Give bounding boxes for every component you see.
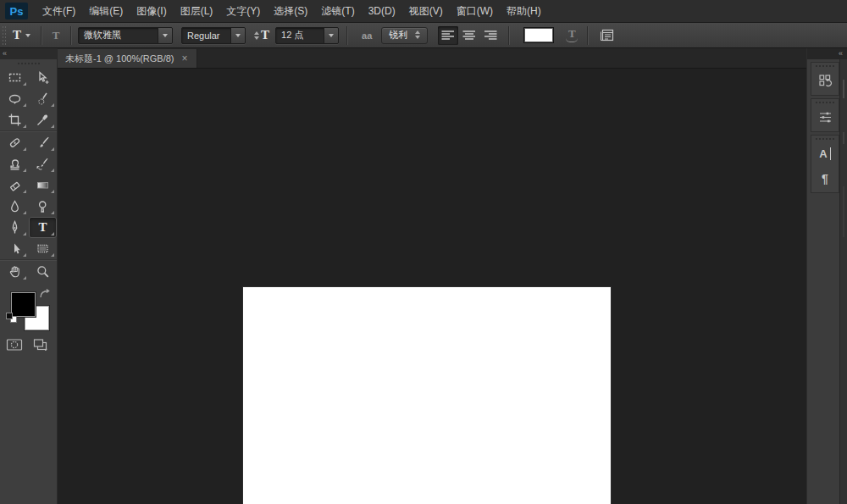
- font-family-value: 微软雅黑: [79, 28, 158, 43]
- dock-gripper[interactable]: [811, 136, 839, 141]
- tool-clone-stamp[interactable]: [0, 153, 29, 174]
- align-center-icon: [462, 30, 476, 42]
- font-size-value: 12 点: [276, 28, 324, 43]
- clone-stamp-icon: [8, 157, 22, 171]
- menu-edit[interactable]: 编辑(E): [82, 0, 130, 23]
- screen-mode-button[interactable]: [31, 337, 50, 352]
- rectangle-shape-icon: [36, 241, 50, 256]
- anti-alias-value: 锐利: [389, 29, 407, 42]
- separator: [70, 26, 71, 45]
- scrollbar-thumb[interactable]: [843, 80, 844, 98]
- separator: [346, 26, 347, 45]
- move-icon: [36, 70, 50, 85]
- font-style-select[interactable]: Regular: [181, 27, 246, 44]
- toolbar-gripper[interactable]: [0, 59, 57, 67]
- tool-horizontal-type[interactable]: T: [29, 217, 57, 238]
- tool-rectangle-shape[interactable]: [29, 238, 57, 259]
- separator: [41, 26, 42, 45]
- tool-quick-selection[interactable]: [29, 88, 57, 109]
- quick-selection-icon: [36, 91, 50, 106]
- blur-drop-icon: [8, 199, 22, 213]
- align-left-icon: [441, 30, 455, 42]
- tool-spot-healing-brush[interactable]: [0, 132, 29, 153]
- tool-gradient[interactable]: [29, 174, 57, 196]
- history-panel-icon: [818, 74, 833, 88]
- history-brush-icon: [36, 157, 50, 171]
- dock-collapse-button[interactable]: «: [807, 48, 847, 59]
- tool-options-bar: T T 微软雅黑 Regular T 12 点 aa 锐利: [0, 23, 847, 48]
- pen-icon: [8, 220, 22, 235]
- toggle-text-orientation-button[interactable]: T: [46, 30, 66, 41]
- type-tool-icon: T: [38, 221, 47, 234]
- anti-alias-select[interactable]: 锐利: [381, 27, 428, 44]
- dodge-icon: [36, 199, 50, 213]
- history-panel-button[interactable]: [811, 69, 839, 93]
- photoshop-window: Ps 文件(F) 编辑(E) 图像(I) 图层(L) 文字(Y) 选择(S) 滤…: [0, 0, 847, 504]
- text-color-swatch[interactable]: [523, 27, 554, 43]
- tool-crop[interactable]: [0, 109, 29, 130]
- menu-help[interactable]: 帮助(H): [500, 0, 548, 23]
- document-canvas[interactable]: [243, 287, 611, 504]
- tool-lasso[interactable]: [0, 88, 29, 109]
- menu-type[interactable]: 文字(Y): [219, 0, 267, 23]
- font-size-select[interactable]: 12 点: [275, 27, 339, 44]
- default-colors-button[interactable]: [6, 313, 19, 324]
- chevron-down-icon: [163, 34, 168, 37]
- dock-gripper[interactable]: [811, 63, 839, 69]
- toolbar-collapse-button[interactable]: «: [0, 48, 57, 59]
- font-style-value: Regular: [182, 28, 230, 43]
- menu-view[interactable]: 视图(V): [402, 0, 450, 23]
- swap-colors-button[interactable]: [38, 288, 53, 301]
- dock-scrollbar[interactable]: [839, 59, 847, 504]
- tool-hand[interactable]: [0, 261, 29, 282]
- tool-preset-picker[interactable]: T: [7, 25, 36, 46]
- tool-eyedropper[interactable]: [29, 109, 57, 130]
- character-panel-button[interactable]: A: [811, 141, 839, 166]
- chevron-down-icon: [235, 34, 241, 37]
- panels-icon: [600, 28, 615, 42]
- menu-select[interactable]: 选择(S): [267, 0, 314, 23]
- rectangular-marquee-icon: [8, 70, 22, 85]
- updown-arrows-icon: [415, 30, 420, 39]
- adjustments-panel-button[interactable]: [811, 105, 839, 130]
- tool-zoom[interactable]: [29, 261, 57, 282]
- tool-rectangular-marquee[interactable]: [0, 67, 29, 88]
- align-center-button[interactable]: [459, 26, 479, 45]
- warp-text-button[interactable]: T: [564, 28, 579, 42]
- menu-layer[interactable]: 图层(L): [174, 0, 220, 23]
- document-tab[interactable]: 未标题-1 @ 100%(RGB/8) ×: [58, 49, 197, 68]
- font-family-dropdown-button[interactable]: [158, 28, 172, 43]
- eyedropper-icon: [36, 113, 50, 127]
- paragraph-panel-button[interactable]: ¶: [811, 166, 839, 191]
- quick-mask-button[interactable]: [5, 337, 24, 352]
- tool-pen[interactable]: [0, 217, 29, 238]
- menu-window[interactable]: 窗口(W): [450, 0, 500, 23]
- tool-eraser[interactable]: [0, 174, 29, 196]
- menu-3d[interactable]: 3D(D): [362, 0, 402, 23]
- menu-filter[interactable]: 滤镜(T): [314, 0, 361, 23]
- ps-logo: Ps: [5, 3, 28, 19]
- tool-dodge[interactable]: [29, 196, 57, 217]
- tool-brush[interactable]: [29, 132, 57, 153]
- hand-icon: [8, 264, 22, 279]
- tool-move[interactable]: [29, 67, 57, 88]
- dock-group-type-panels: A ¶: [811, 135, 839, 193]
- dock-gripper[interactable]: [811, 99, 839, 105]
- text-alignment-group: [438, 26, 501, 45]
- toggle-character-paragraph-panels-button[interactable]: [598, 26, 617, 45]
- document-tab-bar: 未标题-1 @ 100%(RGB/8) ×: [58, 48, 806, 69]
- font-size-dropdown-button[interactable]: [324, 28, 338, 43]
- tool-blur[interactable]: [0, 196, 29, 217]
- align-right-button[interactable]: [480, 26, 501, 45]
- align-left-button[interactable]: [438, 26, 458, 45]
- font-family-select[interactable]: 微软雅黑: [78, 27, 173, 44]
- tab-close-icon[interactable]: ×: [181, 53, 189, 64]
- adjustments-panel-icon: [818, 110, 833, 125]
- menu-image[interactable]: 图像(I): [130, 0, 173, 23]
- anti-alias-icon: aa: [362, 30, 372, 41]
- menu-file[interactable]: 文件(F): [36, 0, 82, 23]
- tool-history-brush[interactable]: [29, 153, 57, 174]
- font-style-dropdown-button[interactable]: [230, 28, 245, 43]
- dock-groups: A ¶: [811, 62, 839, 196]
- tool-path-selection[interactable]: [0, 238, 29, 259]
